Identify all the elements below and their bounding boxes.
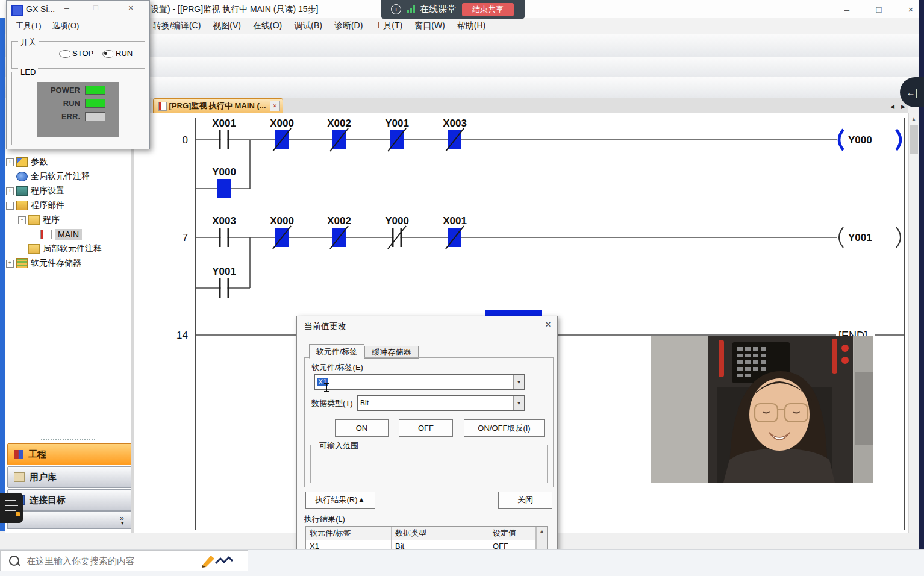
tree-item-程序[interactable]: -程序 <box>5 214 131 226</box>
nav-more-icon[interactable]: ▾ <box>121 520 124 526</box>
sim-menu-item-1[interactable]: 选项(O) <box>47 19 85 33</box>
menu-item-5[interactable]: 工具(T) <box>369 18 408 34</box>
tree-item-程序设置[interactable]: +程序设置 <box>5 185 131 197</box>
pen-widget-icon <box>16 512 20 516</box>
input-range-group: 可输入范围 <box>310 445 548 483</box>
sim-close-icon[interactable]: × <box>123 3 138 13</box>
led-group: LED POWERRUNERR. <box>11 72 145 145</box>
sim-maximize-icon: □ <box>89 3 103 12</box>
tree-label: 参数 <box>31 157 48 167</box>
tree-label: 全局软元件注释 <box>31 171 90 182</box>
tab-main-program[interactable]: [PRG]监视 执行中 MAIN (... ✕ <box>153 98 283 113</box>
dialog-title: 当前值更改 <box>304 321 346 332</box>
expand-icon[interactable]: + <box>6 158 14 166</box>
tree-label: 程序设置 <box>31 186 64 196</box>
menu-item-2[interactable]: 在线(O) <box>247 18 288 34</box>
menu-item-4[interactable]: 诊断(D) <box>328 18 369 34</box>
on-off-toggle-button[interactable]: ON/OFF取反(I) <box>464 419 545 437</box>
left-window-edge <box>0 18 5 531</box>
maximize-icon[interactable]: □ <box>868 2 890 16</box>
webcam-video <box>651 336 873 483</box>
folder-icon <box>28 215 40 225</box>
exec-result-label: 执行结果(L) <box>304 514 345 525</box>
exec-result-button[interactable]: 执行结果(R)▲ <box>305 492 375 509</box>
collapse-icon[interactable]: - <box>18 216 26 224</box>
gcomment-icon <box>16 172 28 181</box>
project-icon <box>14 450 23 459</box>
device-input[interactable]: X1 ▼ <box>314 374 525 390</box>
annotation-widget[interactable] <box>0 493 23 523</box>
program-doc-icon <box>158 102 167 111</box>
table-header-1: 数据类型 <box>392 527 489 540</box>
menu-item-1[interactable]: 视图(V) <box>207 18 247 34</box>
dialog-close-icon[interactable]: ✕ <box>543 320 554 331</box>
menu-item-0[interactable]: 转换/编译(C) <box>147 18 207 34</box>
table-header-0: 软元件/标签 <box>306 527 392 540</box>
led-light-RUN <box>85 99 105 108</box>
collapse-icon[interactable]: - <box>6 202 14 210</box>
sim-menu-item-0[interactable]: 工具(T) <box>10 19 47 33</box>
tab-scroll-left-icon[interactable]: ◀ <box>890 104 894 110</box>
sim-minimize-icon[interactable]: – <box>60 3 74 13</box>
menu-item-3[interactable]: 调试(B) <box>288 18 328 34</box>
table-header-2: 设定值 <box>489 527 536 540</box>
led-row-ERR.: ERR. <box>37 112 119 121</box>
run-label: RUN <box>113 49 135 58</box>
expand-icon[interactable]: + <box>6 260 14 268</box>
expand-icon[interactable]: + <box>6 187 14 195</box>
pou-icon <box>16 201 28 210</box>
nav-mini-bar: » ▾ <box>7 511 135 529</box>
menu-item-6[interactable]: 窗口(W) <box>408 18 451 34</box>
taskbar: W 99% 20°C ^ <box>0 549 924 576</box>
datatype-select[interactable]: Bit ▼ <box>357 395 525 411</box>
switch-group: 开关 STOP RUN <box>11 41 145 69</box>
tree-label: 程序 <box>43 214 60 225</box>
datatype-value: Bit <box>358 399 369 407</box>
dialog-tab-0[interactable]: 软元件/标签 <box>309 344 364 359</box>
pset-icon <box>16 186 28 196</box>
panel-drag-handle[interactable] <box>41 439 95 440</box>
search-input[interactable] <box>25 555 196 566</box>
off-button[interactable]: OFF <box>399 419 453 437</box>
main-icon <box>40 230 52 239</box>
gx-simulator-window: GX Si... – □ × 工具(T)选项(O) 开关 STOP RUN LE… <box>6 0 150 149</box>
current-value-change-dialog: 当前值更改 ✕ 软元件/标签缓冲存储器 软元件/标签(E) X1 ▼ 数据类型(… <box>296 316 558 566</box>
table-header-row: 软元件/标签数据类型设定值 <box>306 527 547 540</box>
taskbar-search[interactable] <box>0 550 248 571</box>
pen-ink-icon <box>199 553 241 569</box>
tree-item-参数[interactable]: +参数 <box>5 156 131 168</box>
window-title: 设置) - [[PRG]监视 执行中 MAIN (只读) 15步] <box>151 4 318 15</box>
dmem-icon <box>16 258 28 268</box>
editor-scrollbar[interactable] <box>908 113 920 533</box>
led-row-POWER: POWER <box>37 86 119 95</box>
led-light-POWER <box>85 86 105 95</box>
scrollbar-up-icon[interactable]: ▲ <box>908 113 919 124</box>
navigation-panel: +参数全局软元件注释+程序设置-程序部件-程序MAIN局部软元件注释+软元件存储… <box>5 98 132 533</box>
tab-close-icon[interactable]: ✕ <box>270 101 280 111</box>
nav-button-用户库[interactable]: 用户库 <box>7 466 135 488</box>
nav-button-连接目标[interactable]: 连接目标 <box>7 489 135 511</box>
screen: 设置) - [[PRG]监视 执行中 MAIN (只读) 15步] – □ × … <box>0 0 924 576</box>
scrollbar-thumb[interactable] <box>910 125 918 154</box>
search-icon <box>9 556 19 566</box>
menu-item-7[interactable]: 帮助(H) <box>451 18 492 34</box>
nav-button-工程[interactable]: 工程 <box>7 443 135 465</box>
tree-item-局部软元件注释[interactable]: 局部软元件注释 <box>5 243 131 255</box>
dialog-close-button[interactable]: 关闭 <box>498 492 552 509</box>
tree-label: 软元件存储器 <box>31 258 81 269</box>
close-icon[interactable]: × <box>900 2 922 16</box>
tree-item-软元件存储器[interactable]: +软元件存储器 <box>5 257 131 269</box>
info-icon: i <box>391 4 401 14</box>
end-share-button[interactable]: 结束共享 <box>462 3 514 16</box>
tree-label: 局部软元件注释 <box>43 243 102 254</box>
tree-item-MAIN[interactable]: MAIN <box>5 228 131 240</box>
table-scroll-up-icon[interactable]: ▲ <box>537 527 547 534</box>
minimize-icon[interactable]: – <box>836 2 858 16</box>
tree-item-全局软元件注释[interactable]: 全局软元件注释 <box>5 171 131 183</box>
tab-scroll-right-icon[interactable]: ▶ <box>901 104 905 110</box>
signal-icon <box>407 5 415 13</box>
device-label: 软元件/标签(E) <box>311 362 363 373</box>
library-icon <box>14 472 25 482</box>
on-button[interactable]: ON <box>335 419 389 437</box>
tree-item-程序部件[interactable]: -程序部件 <box>5 199 131 211</box>
